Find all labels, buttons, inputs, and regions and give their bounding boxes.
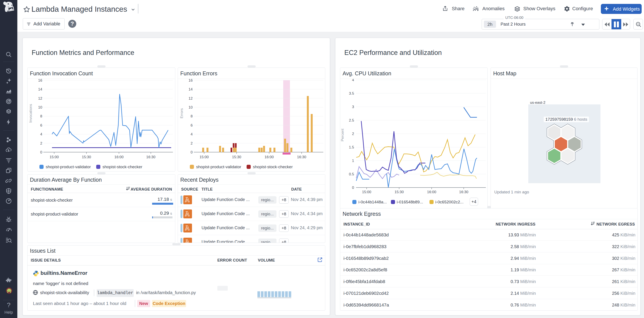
svg-text:16: 16 bbox=[188, 79, 193, 82]
svg-text:shopist-product-validator: shopist-product-validator bbox=[46, 165, 91, 169]
svg-text:i-016548b89...: i-016548b89... bbox=[397, 200, 423, 204]
svg-text:15:30: 15:30 bbox=[232, 155, 242, 159]
svg-text:16:30: 16:30 bbox=[146, 155, 156, 159]
svg-text:6: 6 bbox=[191, 123, 193, 127]
svg-text:1.5: 1.5 bbox=[349, 145, 354, 149]
svg-text:2: 2 bbox=[191, 141, 193, 145]
svg-text:2.5: 2.5 bbox=[349, 118, 354, 122]
svg-text:shopist-product-validator: shopist-product-validator bbox=[196, 165, 242, 169]
svg-text:6: 6 bbox=[40, 123, 42, 127]
svg-text:15:00: 15:00 bbox=[50, 155, 59, 159]
svg-text:Errors: Errors bbox=[180, 108, 184, 118]
svg-text:4: 4 bbox=[40, 132, 42, 136]
svg-text:12: 12 bbox=[188, 96, 193, 100]
svg-text:shopist-stock-checker: shopist-stock-checker bbox=[102, 165, 142, 169]
svg-text:Percent: Percent bbox=[340, 128, 344, 141]
svg-text:16:30: 16:30 bbox=[297, 155, 306, 159]
svg-text:2: 2 bbox=[352, 132, 354, 136]
svg-text:4: 4 bbox=[352, 79, 354, 82]
svg-text:8: 8 bbox=[191, 114, 193, 118]
svg-text:15:00: 15:00 bbox=[200, 155, 209, 159]
svg-text:0: 0 bbox=[40, 150, 42, 154]
svg-text:i-0c652002c2...: i-0c652002c2... bbox=[435, 200, 464, 204]
svg-text:15:30: 15:30 bbox=[394, 190, 404, 194]
svg-text:+4: +4 bbox=[472, 199, 476, 204]
svg-text:14: 14 bbox=[38, 87, 42, 91]
svg-text:16:00: 16:00 bbox=[114, 155, 124, 159]
svg-text:16: 16 bbox=[38, 79, 42, 82]
svg-text:4: 4 bbox=[191, 132, 193, 136]
svg-text:14: 14 bbox=[188, 87, 193, 91]
svg-text:16:00: 16:00 bbox=[427, 190, 436, 194]
svg-text:0.5: 0.5 bbox=[349, 172, 354, 176]
svg-text:2: 2 bbox=[40, 141, 42, 145]
svg-text:0: 0 bbox=[352, 186, 354, 190]
svg-text:0: 0 bbox=[191, 150, 193, 154]
svg-text:3: 3 bbox=[352, 105, 354, 109]
svg-text:12: 12 bbox=[38, 96, 42, 100]
svg-text:16:00: 16:00 bbox=[264, 155, 274, 159]
svg-text:15:00: 15:00 bbox=[362, 190, 372, 194]
svg-text:1: 1 bbox=[352, 159, 354, 163]
svg-text:15:30: 15:30 bbox=[82, 155, 91, 159]
svg-text:8: 8 bbox=[40, 114, 42, 118]
svg-text:i-0c44b1448a...: i-0c44b1448a... bbox=[358, 200, 387, 204]
svg-text:10: 10 bbox=[38, 105, 42, 109]
svg-text:10: 10 bbox=[188, 105, 193, 109]
svg-text:shopist-stock-checker: shopist-stock-checker bbox=[253, 165, 293, 169]
svg-text:16:30: 16:30 bbox=[459, 190, 468, 194]
svg-text:Invocations: Invocations bbox=[28, 104, 33, 123]
svg-text:3.5: 3.5 bbox=[349, 91, 354, 95]
